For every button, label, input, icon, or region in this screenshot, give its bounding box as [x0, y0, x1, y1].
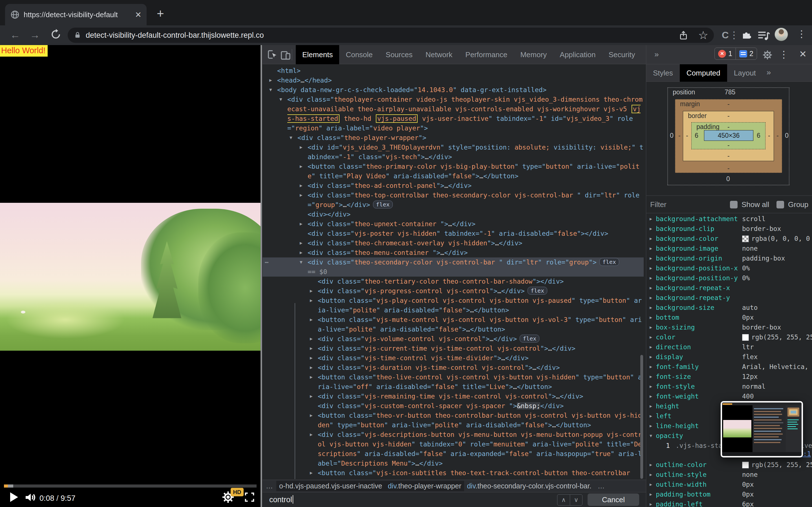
computed-property-row[interactable]: ▶background-sizeauto: [646, 303, 812, 313]
flex-badge[interactable]: flex: [599, 258, 619, 266]
dom-tree-row[interactable]: <html>: [262, 66, 644, 75]
expand-arrow-icon[interactable]: ▶: [300, 238, 303, 248]
padding-right-value[interactable]: 6: [757, 132, 760, 139]
expand-arrow-icon[interactable]: ▶: [650, 382, 652, 392]
new-tab-button[interactable]: +: [157, 7, 164, 20]
computed-property-row[interactable]: ▶font-size12px: [646, 372, 812, 382]
position-bottom-value[interactable]: 0: [726, 175, 730, 183]
dom-tree-row[interactable]: ▶<div class="vjs-remaining-time vjs-time…: [262, 392, 644, 401]
computed-property-row[interactable]: ▶background-repeat-x: [646, 283, 812, 293]
previous-match-button[interactable]: ∧: [557, 495, 570, 505]
collapse-arrow-icon[interactable]: ▼: [650, 431, 652, 441]
expand-arrow-icon[interactable]: ▶: [310, 372, 313, 382]
share-icon[interactable]: [678, 30, 689, 41]
flex-badge[interactable]: flex: [373, 201, 393, 209]
computed-property-row[interactable]: ▶font-weight400: [646, 392, 812, 401]
fullscreen-icon[interactable]: [244, 492, 255, 503]
breadcrumb-item[interactable]: o-hd.vjs-paused.vjs-user-inactive: [276, 481, 385, 491]
extension-c-icon[interactable]: C⋮: [722, 29, 740, 41]
computed-property-row[interactable]: ▶box-sizingborder-box: [646, 323, 812, 332]
dom-tree-row[interactable]: ▼<body data-new-gr-c-s-check-loaded="14.…: [262, 85, 644, 95]
expand-arrow-icon[interactable]: ▶: [310, 286, 313, 296]
padding-top-value[interactable]: -: [727, 123, 730, 131]
computed-property-row[interactable]: ▶outline-width0px: [646, 480, 812, 490]
expand-arrow-icon[interactable]: ▶: [650, 401, 652, 411]
expand-arrow-icon[interactable]: ▶: [650, 342, 652, 352]
expand-arrow-icon[interactable]: ▶: [650, 480, 652, 490]
dom-tree-row[interactable]: ▶<button class="theo-vr-button theo-cont…: [262, 411, 644, 430]
expand-arrow-icon[interactable]: ▶: [310, 411, 313, 420]
computed-property-row[interactable]: ▶displayflex: [646, 352, 812, 362]
sidebar-more-tabs-chevron-icon[interactable]: »: [763, 64, 771, 81]
expand-arrow-icon[interactable]: ▶: [650, 411, 652, 421]
border-bottom-value[interactable]: -: [727, 152, 730, 160]
show-all-label[interactable]: Show all: [742, 200, 769, 209]
computed-property-row[interactable]: ▶font-familyArial, Helvetica,: [646, 362, 812, 372]
computed-property-row[interactable]: ▶colorrgb(255, 255, 25: [646, 332, 812, 342]
computed-property-row[interactable]: ▶background-imagenone: [646, 244, 812, 253]
expand-arrow-icon[interactable]: ▶: [300, 181, 303, 190]
padding-bottom-value[interactable]: -: [727, 142, 730, 149]
tab-performance[interactable]: Performance: [459, 45, 514, 64]
collapse-arrow-icon[interactable]: ▼: [280, 95, 282, 104]
inspect-element-icon[interactable]: [267, 49, 278, 61]
dom-tree-row[interactable]: ▶<button class="vjs-mute-control vjs-con…: [262, 315, 644, 334]
computed-property-row[interactable]: ▶background-originpadding-box: [646, 253, 812, 263]
expand-arrow-icon[interactable]: ▶: [650, 214, 652, 224]
margin-top-value[interactable]: -: [727, 100, 730, 108]
collapse-arrow-icon[interactable]: ▼: [290, 133, 292, 143]
computed-property-row[interactable]: ▶padding-left6px: [646, 499, 812, 507]
expand-arrow-icon[interactable]: ▶: [650, 283, 652, 293]
sidebar-tab-computed[interactable]: Computed: [680, 64, 727, 82]
dom-tree-row[interactable]: ▶<div class="theo-chromecast-overlay vjs…: [262, 238, 644, 248]
computed-property-row[interactable]: ▶outline-colorrgb(255, 255, 25: [646, 460, 812, 470]
expand-arrow-icon[interactable]: ▶: [650, 303, 652, 313]
back-button[interactable]: ←: [10, 29, 20, 41]
dom-tree-row[interactable]: ▶<div class="theo-ad-control-panel">…</d…: [262, 181, 644, 190]
position-right-value[interactable]: 0: [785, 132, 789, 139]
sidebar-tab-styles[interactable]: Styles: [646, 64, 680, 82]
next-match-button[interactable]: ∨: [570, 495, 582, 505]
cancel-button[interactable]: Cancel: [588, 494, 639, 506]
expand-arrow-icon[interactable]: ▶: [650, 253, 652, 263]
expand-arrow-icon[interactable]: ▶: [310, 468, 313, 478]
computed-property-row[interactable]: ▶padding-bottom0px: [646, 490, 812, 499]
flex-badge[interactable]: flex: [520, 335, 539, 342]
expand-arrow-icon[interactable]: ▶: [650, 332, 652, 342]
expand-arrow-icon[interactable]: ▶: [310, 344, 313, 353]
dom-tree-row[interactable]: <div class="theo-tertiary-color theo-con…: [262, 277, 644, 286]
computed-property-row[interactable]: ▶background-colorrgba(0, 0, 0, 0: [646, 234, 812, 244]
expand-arrow-icon[interactable]: ▶: [650, 323, 652, 332]
tab-sources[interactable]: Sources: [379, 45, 419, 64]
computed-property-row[interactable]: ▶background-attachmentscroll: [646, 214, 812, 224]
breadcrumb-overflow-right[interactable]: …: [594, 482, 608, 490]
browser-menu-kebab-icon[interactable]: ⋮: [797, 28, 806, 40]
computed-property-row[interactable]: ▶outline-stylenone: [646, 470, 812, 480]
computed-property-row[interactable]: ▶background-clipborder-box: [646, 224, 812, 234]
dom-tree-row[interactable]: ▶<div class="theo-upnext-container ">…</…: [262, 219, 644, 229]
forward-button[interactable]: →: [30, 29, 40, 41]
margin-right-value[interactable]: -: [776, 132, 779, 139]
seek-bar[interactable]: [4, 485, 257, 488]
margin-bottom-value[interactable]: -: [727, 165, 730, 172]
computed-property-row[interactable]: ▶background-position-y0%: [646, 273, 812, 283]
color-swatch[interactable]: [742, 334, 749, 341]
box-model-content-box[interactable]: 450×36: [704, 130, 753, 141]
dom-tree-row[interactable]: ▶<div class="vjs-descriptions-button vjs…: [262, 430, 644, 468]
expand-arrow-icon[interactable]: ▶: [269, 75, 272, 85]
expand-arrow-icon[interactable]: ▶: [650, 313, 652, 323]
expand-arrow-icon[interactable]: ▶: [650, 490, 652, 499]
sidebar-tab-layout[interactable]: Layout: [727, 64, 763, 82]
expand-arrow-icon[interactable]: ▶: [650, 499, 652, 507]
reload-button[interactable]: [50, 28, 62, 41]
computed-property-row[interactable]: ▶directionltr: [646, 342, 812, 352]
expand-arrow-icon[interactable]: ▶: [310, 430, 313, 439]
screen-preview-thumbnail[interactable]: [721, 401, 803, 457]
extensions-puzzle-icon[interactable]: [741, 29, 753, 41]
collapse-arrow-icon[interactable]: ▼: [269, 85, 272, 95]
dom-tree-row[interactable]: ▼<div class="theo-player-wrapper">: [262, 133, 644, 143]
flex-badge[interactable]: flex: [527, 287, 547, 295]
breadcrumb-overflow-left[interactable]: …: [262, 482, 276, 490]
browser-tab[interactable]: https://detect-visibility-default ✕: [5, 4, 147, 25]
dom-tree-row[interactable]: ▶<head>…</head>: [262, 75, 644, 85]
